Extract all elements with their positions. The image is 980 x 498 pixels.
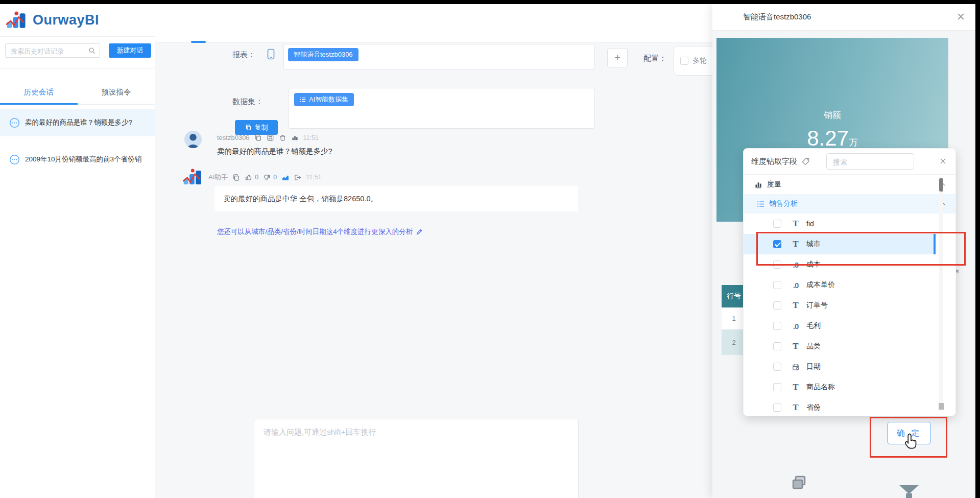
question-input[interactable]: [262, 426, 572, 490]
report-field[interactable]: 智能语音testzb0306: [283, 44, 595, 69]
field-checkbox[interactable]: [773, 301, 781, 310]
area-chart-icon[interactable]: [281, 174, 289, 181]
scrollbar-track[interactable]: [939, 177, 943, 410]
kpi-unit: 万: [849, 137, 858, 148]
tab-history[interactable]: 历史会话: [0, 81, 78, 105]
history-item[interactable]: 2009年10月份销额最高的前3个省份销: [0, 146, 155, 173]
edit-pencil-icon: [416, 228, 423, 235]
group-sales-analysis[interactable]: 销售分析: [744, 194, 955, 214]
user-avatar: [184, 131, 202, 148]
kpi-label: 销额: [824, 109, 841, 121]
user-message-header: testzb0306: [217, 134, 319, 141]
user-message-text: 卖的最好的商品是谁？销额是多少?: [217, 147, 332, 156]
copy-icon: [245, 124, 252, 131]
user-name: testzb0306: [217, 134, 250, 141]
scrollbar-thumb[interactable]: [939, 178, 943, 192]
copy-message-icon[interactable]: [232, 174, 240, 181]
active-tab-indicator: [191, 41, 206, 43]
multi-turn-checkbox[interactable]: [680, 57, 688, 65]
number-type-icon: .0: [790, 322, 802, 330]
chat-bubble-icon: [9, 117, 20, 128]
date-type-icon: [790, 363, 802, 371]
text-type-icon: T: [790, 402, 802, 413]
text-type-icon: T: [790, 219, 802, 229]
multi-turn-label: 多轮: [692, 56, 707, 65]
field-row-city[interactable]: T 城市: [744, 234, 936, 254]
dataset-field[interactable]: AI智能数据集: [289, 88, 595, 129]
field-row-product-name[interactable]: T 商品名称: [744, 377, 936, 397]
grid-cell: 2: [722, 329, 746, 355]
phone-icon: [267, 49, 275, 60]
field-row-province[interactable]: T 省份: [744, 397, 936, 416]
chart-message-icon[interactable]: [291, 134, 299, 141]
config-label: 配置：: [643, 54, 666, 63]
field-row-date[interactable]: 日期: [744, 357, 936, 377]
field-checkbox[interactable]: [773, 220, 781, 228]
ai-avatar: [183, 168, 204, 187]
thumbs-down-count: 0: [273, 174, 277, 181]
field-checkbox[interactable]: [773, 404, 781, 412]
report-tag[interactable]: 智能语音testzb0306: [288, 48, 358, 61]
save-message-icon[interactable]: [267, 134, 274, 141]
add-report-button[interactable]: +: [607, 48, 628, 67]
tag-icon: [801, 157, 810, 166]
panel-close-icon[interactable]: [957, 12, 965, 21]
drill-header: 维度钻取字段: [744, 149, 955, 175]
drill-search[interactable]: [826, 153, 914, 170]
delete-message-icon[interactable]: [279, 134, 286, 141]
field-row-fid[interactable]: T fid: [744, 214, 936, 234]
panel-title: 智能语音testzb0306: [743, 12, 811, 22]
grid-cell: 1: [722, 307, 746, 329]
history-search[interactable]: [5, 43, 100, 58]
main-top-bar: [155, 4, 712, 43]
new-chat-button[interactable]: 新建对话: [109, 43, 151, 58]
logo-text: OurwayBI: [33, 12, 99, 28]
ai-message-header: AI助手 0 0: [208, 173, 322, 182]
group-measure[interactable]: 度量: [744, 175, 955, 194]
field-row-cost[interactable]: .0 成本: [744, 254, 936, 275]
field-checkbox[interactable]: [773, 342, 781, 350]
drill-close-icon[interactable]: [939, 157, 947, 165]
drill-search-input[interactable]: [832, 155, 905, 169]
field-checkbox[interactable]: [773, 363, 781, 371]
field-row-category[interactable]: T 品类: [744, 336, 936, 357]
measure-icon: [755, 181, 762, 188]
field-checkbox[interactable]: [773, 260, 781, 269]
question-composer[interactable]: [254, 419, 579, 498]
search-icon: [88, 47, 96, 55]
number-type-icon: .0: [790, 281, 802, 290]
history-search-input[interactable]: [10, 44, 88, 58]
field-checkbox[interactable]: [773, 281, 781, 289]
field-row-gross-profit[interactable]: .0 毛利: [744, 316, 936, 336]
thumbs-down-icon[interactable]: [263, 174, 271, 181]
field-checkbox-checked[interactable]: [773, 240, 781, 248]
drill-suggestion-link[interactable]: 您还可以从城市/品类/省份/时间日期这4个维度进行更深入的分析: [217, 227, 423, 236]
config-group: 多轮: [674, 46, 712, 76]
field-checkbox[interactable]: [773, 322, 781, 330]
list-icon: [300, 97, 306, 103]
thumbs-up-icon[interactable]: [245, 174, 252, 181]
dataset-label: 数据集：: [232, 97, 263, 107]
copy-message-icon[interactable]: [254, 134, 262, 141]
message-time: 11:51: [306, 174, 321, 181]
text-type-icon: T: [790, 300, 802, 311]
history-item[interactable]: 卖的最好的商品是谁？销额是多少?: [0, 109, 155, 136]
ai-message-text: 卖的最好的商品是中华 全包，销额是82650.0。: [223, 194, 378, 204]
dataset-tag[interactable]: AI智能数据集: [294, 93, 354, 106]
tab-presets[interactable]: 预设指令: [78, 81, 155, 104]
field-checkbox[interactable]: [773, 383, 781, 391]
logo-chart-icon: [6, 11, 29, 30]
text-type-icon: T: [790, 341, 802, 351]
field-row-order-no[interactable]: T 订单号: [744, 295, 936, 316]
layers-icon[interactable]: [789, 473, 809, 493]
thumbs-up-count: 0: [255, 174, 258, 181]
field-row-cost-unit-price[interactable]: .0 成本单价: [744, 275, 936, 295]
message-time: 11:51: [303, 134, 319, 141]
history-item-text: 卖的最好的商品是谁？销额是多少?: [25, 118, 153, 127]
scrollbar-down-button[interactable]: [939, 403, 944, 410]
filter-icon[interactable]: [899, 485, 919, 494]
export-icon[interactable]: [294, 174, 301, 181]
ai-message-bubble: 卖的最好的商品是中华 全包，销额是82650.0。: [214, 186, 578, 211]
history-item-text: 2009年10月份销额最高的前3个省份销: [25, 155, 153, 164]
copy-button[interactable]: 复制: [235, 120, 278, 135]
